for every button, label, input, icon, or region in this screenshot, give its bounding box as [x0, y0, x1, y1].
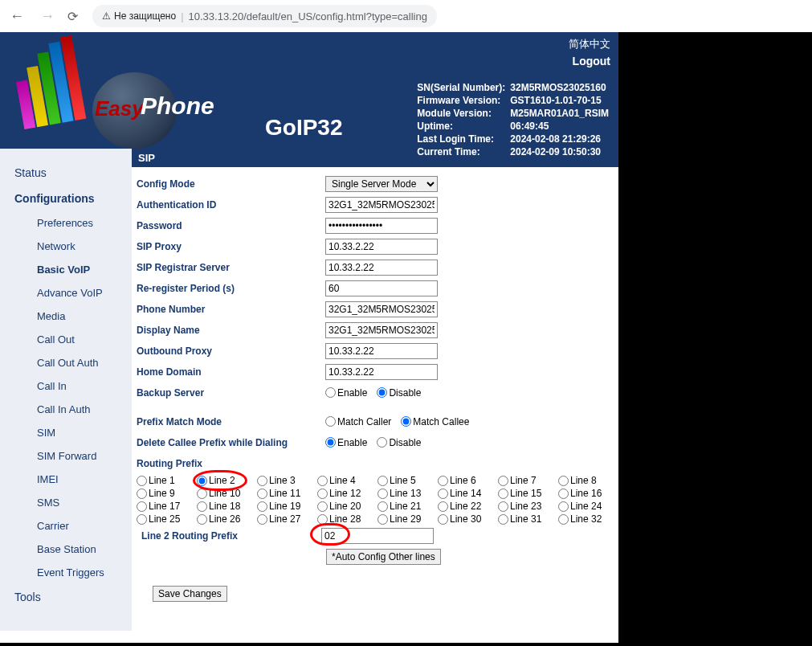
line-26[interactable]: Line 26 — [197, 513, 257, 525]
line-2[interactable]: Line 2 — [197, 475, 257, 486]
backup-enable-radio[interactable] — [325, 387, 336, 398]
sidebar-item-base-station[interactable]: Base Station — [14, 538, 132, 561]
line-24-radio[interactable] — [558, 501, 569, 512]
save-changes-button[interactable]: Save Changes — [153, 586, 227, 602]
sidebar-item-sim-forward[interactable]: SIM Forward — [14, 444, 132, 468]
sidebar-item-call-out-auth[interactable]: Call Out Auth — [14, 351, 132, 374]
match-caller-radio[interactable] — [325, 416, 336, 427]
line-5-radio[interactable] — [377, 476, 388, 486]
reload-button[interactable]: ⟳ — [67, 9, 78, 24]
logout-link[interactable]: Logout — [573, 55, 610, 67]
line-21-radio[interactable] — [377, 501, 388, 512]
line-4-radio[interactable] — [317, 476, 328, 486]
line-9-radio[interactable] — [137, 489, 147, 499]
line-20-radio[interactable] — [317, 501, 328, 512]
line-21[interactable]: Line 21 — [377, 501, 438, 512]
line-23-radio[interactable] — [498, 501, 508, 512]
forward-button[interactable]: → — [37, 5, 58, 28]
line-23[interactable]: Line 23 — [498, 501, 558, 512]
del-prefix-disable-radio[interactable] — [377, 437, 387, 448]
line-7[interactable]: Line 7 — [498, 475, 558, 486]
auto-config-button[interactable]: *Auto Config Other lines — [326, 549, 441, 565]
line-19[interactable]: Line 19 — [257, 501, 317, 512]
sidebar-tools[interactable]: Tools — [14, 584, 132, 610]
backup-disable-radio[interactable] — [377, 387, 387, 398]
line-5[interactable]: Line 5 — [377, 475, 438, 486]
back-button[interactable]: ← — [6, 5, 27, 28]
line-15[interactable]: Line 15 — [498, 488, 558, 499]
line-9[interactable]: Line 9 — [137, 488, 197, 499]
line-3-radio[interactable] — [257, 476, 267, 486]
line-15-radio[interactable] — [498, 489, 508, 499]
line-18[interactable]: Line 18 — [197, 501, 257, 512]
line-31[interactable]: Line 31 — [498, 513, 558, 525]
rereg-input[interactable] — [325, 280, 438, 296]
line-29-radio[interactable] — [377, 514, 388, 525]
line-12[interactable]: Line 12 — [317, 488, 377, 499]
line-31-radio[interactable] — [498, 514, 508, 525]
config-mode-select[interactable]: Single Server Mode — [325, 176, 438, 192]
sidebar-item-sms[interactable]: SMS — [14, 491, 132, 514]
address-bar[interactable]: ⚠ Не защищено | 10.33.13.20/default/en_U… — [92, 5, 437, 27]
line-8[interactable]: Line 8 — [558, 475, 618, 486]
line-24[interactable]: Line 24 — [558, 501, 618, 512]
phone-input[interactable] — [325, 301, 438, 317]
del-prefix-enable-radio[interactable] — [325, 437, 336, 448]
sidebar-item-call-out[interactable]: Call Out — [14, 328, 132, 351]
sidebar-item-event-triggers[interactable]: Event Triggers — [14, 561, 132, 584]
sidebar-item-carrier[interactable]: Carrier — [14, 514, 132, 538]
line-8-radio[interactable] — [558, 476, 569, 486]
line-12-radio[interactable] — [317, 489, 328, 499]
line-28[interactable]: Line 28 — [317, 513, 377, 525]
line-3[interactable]: Line 3 — [257, 475, 317, 486]
line-27-radio[interactable] — [257, 514, 267, 525]
sidebar-item-media[interactable]: Media — [14, 305, 132, 328]
line-30-radio[interactable] — [438, 514, 448, 525]
line-18-radio[interactable] — [197, 501, 207, 512]
line-10[interactable]: Line 10 — [197, 488, 257, 499]
match-callee-radio[interactable] — [401, 416, 411, 427]
line-14[interactable]: Line 14 — [438, 488, 498, 499]
line-22[interactable]: Line 22 — [438, 501, 498, 512]
sidebar-item-call-in-auth[interactable]: Call In Auth — [14, 398, 132, 421]
sidebar-item-preferences[interactable]: Preferences — [14, 211, 132, 235]
sidebar-item-imei[interactable]: IMEI — [14, 468, 132, 491]
sidebar-item-basic-voip[interactable]: Basic VoIP — [14, 258, 132, 281]
line-19-radio[interactable] — [257, 501, 267, 512]
sidebar-item-call-in[interactable]: Call In — [14, 374, 132, 398]
line-17[interactable]: Line 17 — [137, 501, 197, 512]
line-27[interactable]: Line 27 — [257, 513, 317, 525]
line-6[interactable]: Line 6 — [438, 475, 498, 486]
line-1-radio[interactable] — [137, 476, 147, 486]
outbound-input[interactable] — [325, 343, 438, 359]
line-16[interactable]: Line 16 — [558, 488, 618, 499]
display-input[interactable] — [325, 322, 438, 338]
sidebar-configurations[interactable]: Configurations — [14, 186, 132, 211]
line-1[interactable]: Line 1 — [137, 475, 197, 486]
line-13[interactable]: Line 13 — [377, 488, 438, 499]
home-input[interactable] — [325, 364, 438, 380]
line-32[interactable]: Line 32 — [558, 513, 618, 525]
sip-reg-input[interactable] — [325, 260, 438, 276]
line-26-radio[interactable] — [197, 514, 207, 525]
line-11[interactable]: Line 11 — [257, 488, 317, 499]
sidebar-item-advance-voip[interactable]: Advance VoIP — [14, 281, 132, 305]
line-prefix-input[interactable] — [321, 528, 434, 544]
line-11-radio[interactable] — [257, 489, 267, 499]
sidebar-item-network[interactable]: Network — [14, 235, 132, 258]
line-13-radio[interactable] — [377, 489, 388, 499]
auth-id-input[interactable] — [325, 197, 438, 213]
sidebar-status[interactable]: Status — [14, 160, 132, 186]
line-16-radio[interactable] — [558, 489, 569, 499]
line-4[interactable]: Line 4 — [317, 475, 377, 486]
line-7-radio[interactable] — [498, 476, 508, 486]
line-25-radio[interactable] — [137, 514, 147, 525]
line-29[interactable]: Line 29 — [377, 513, 438, 525]
line-28-radio[interactable] — [317, 514, 328, 525]
sidebar-item-sim[interactable]: SIM — [14, 421, 132, 444]
line-17-radio[interactable] — [137, 501, 147, 512]
line-32-radio[interactable] — [558, 514, 569, 525]
line-30[interactable]: Line 30 — [438, 513, 498, 525]
lang-link[interactable]: 简体中文 — [569, 38, 610, 50]
sip-proxy-input[interactable] — [325, 239, 438, 255]
